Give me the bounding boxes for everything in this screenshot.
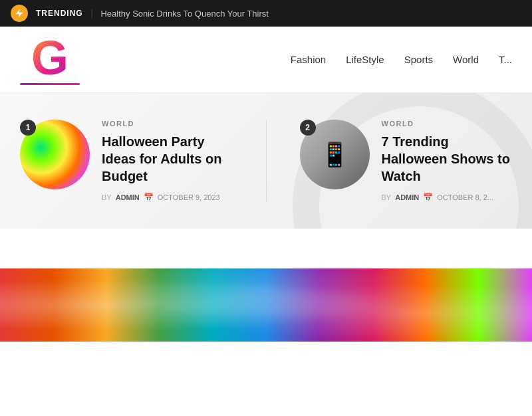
article-image-wrap-1: 1 xyxy=(20,120,90,189)
article-divider xyxy=(266,120,267,202)
calendar-icon-1: 📅 xyxy=(144,193,154,202)
logo[interactable]: G xyxy=(20,34,80,85)
trending-divider: | xyxy=(91,8,93,19)
by-label-2: BY xyxy=(382,193,392,201)
nav-item-lifestyle[interactable]: LifeStyle xyxy=(346,54,384,65)
article-category-2: WORLD xyxy=(382,120,513,128)
article-title-1[interactable]: Halloween Party Ideas for Adults on Budg… xyxy=(102,133,233,185)
article-category-1: WORLD xyxy=(102,120,233,128)
date-2: OCTOBER 8, 2... xyxy=(437,193,493,201)
author-2: ADMIN xyxy=(395,193,419,201)
logo-underline xyxy=(20,83,80,85)
trending-bar: TRENDING | Healthy Sonic Drinks To Quenc… xyxy=(0,0,532,27)
article-card-1: 1 WORLD Halloween Party Ideas for Adults… xyxy=(20,120,233,202)
article-badge-1: 1 xyxy=(20,120,36,136)
main-nav: Fashion LifeStyle Sports World T... xyxy=(291,54,512,65)
article-content-2: WORLD 7 Trending Halloween Shows to Watc… xyxy=(382,120,513,202)
hero-section: 1 WORLD Halloween Party Ideas for Adults… xyxy=(0,93,532,229)
nav-item-sports[interactable]: Sports xyxy=(404,54,433,65)
article-meta-1: BY ADMIN 📅 OCTOBER 9, 2023 xyxy=(102,193,233,202)
by-label-1: BY xyxy=(102,193,112,201)
trending-icon xyxy=(11,5,28,22)
lightning-icon xyxy=(15,9,24,18)
article-image-wrap-2: 2 xyxy=(300,120,370,189)
author-1: ADMIN xyxy=(116,193,140,201)
date-1: OCTOBER 9, 2023 xyxy=(158,193,220,201)
nav-item-fashion[interactable]: Fashion xyxy=(291,54,326,65)
site-header: G Fashion LifeStyle Sports World T... xyxy=(0,27,532,93)
article-meta-2: BY ADMIN 📅 OCTOBER 8, 2... xyxy=(382,193,513,202)
calendar-icon-2: 📅 xyxy=(423,193,433,202)
article-content-1: WORLD Halloween Party Ideas for Adults o… xyxy=(102,120,233,202)
article-badge-2: 2 xyxy=(300,120,316,136)
logo-letter: G xyxy=(31,34,68,82)
article-title-2[interactable]: 7 Trending Halloween Shows to Watch xyxy=(382,133,513,185)
trending-text: Healthy Sonic Drinks To Quench Your Thir… xyxy=(100,9,268,19)
article-card-2: 2 WORLD 7 Trending Halloween Shows to Wa… xyxy=(300,120,513,202)
nav-item-world[interactable]: World xyxy=(453,54,479,65)
colorful-banner xyxy=(0,268,532,342)
trending-label: TRENDING xyxy=(36,9,83,18)
spacer xyxy=(0,229,532,268)
nav-item-more[interactable]: T... xyxy=(499,54,512,65)
